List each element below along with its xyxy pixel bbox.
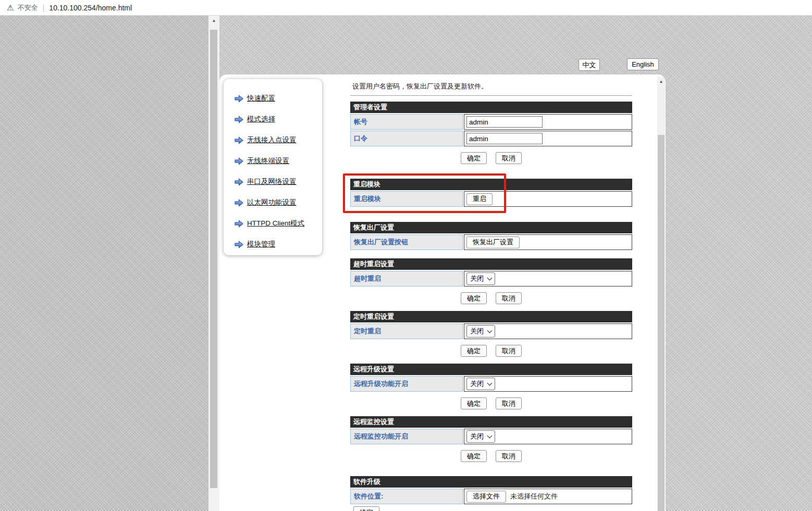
action-buttons: 确定 取消 bbox=[350, 450, 632, 462]
section-header: 远程升级设置 bbox=[350, 364, 632, 375]
row-value: 重启 bbox=[464, 191, 632, 207]
section-header: 软件升级 bbox=[350, 476, 632, 488]
page-viewport: ▲ 中文 English 快速配置 bbox=[0, 16, 812, 511]
row-label-remote-monitor: 远程监控功能开启 bbox=[350, 429, 463, 444]
left-empty-frame bbox=[0, 16, 208, 511]
cancel-button[interactable]: 取消 bbox=[496, 152, 522, 164]
row-label-scheduled-restart: 定时重启 bbox=[350, 323, 463, 339]
sidebar-link-label[interactable]: 快速配置 bbox=[247, 94, 275, 103]
sidebar-link-label[interactable]: 以太网功能设置 bbox=[247, 198, 297, 207]
table-row: 重启模块 重启 bbox=[350, 191, 632, 207]
scheduled-restart-select[interactable]: 关闭 bbox=[466, 325, 495, 338]
select-value: 关闭 bbox=[470, 327, 484, 336]
confirm-button[interactable]: 确定 bbox=[461, 292, 487, 304]
account-field[interactable] bbox=[466, 116, 543, 128]
sidebar-link-label[interactable]: 模式选择 bbox=[247, 115, 275, 124]
scroll-up-icon[interactable]: ▲ bbox=[657, 77, 665, 87]
bottom-actions: 确定 bbox=[353, 506, 632, 511]
row-value: 关闭 bbox=[464, 323, 632, 339]
remote-monitor-select[interactable]: 关闭 bbox=[466, 430, 495, 443]
cancel-button[interactable]: 取消 bbox=[496, 397, 522, 409]
section-scheduled-restart: 定时重启设置 定时重启 关闭 确定 取消 bbox=[350, 311, 632, 357]
browser-address-bar[interactable]: ⚠ 不安全 | 10.10.100.254/home.html bbox=[0, 0, 812, 16]
left-scrollbar-thumb[interactable] bbox=[210, 30, 217, 488]
section-remote-monitor: 远程监控设置 远程监控功能开启 关闭 确定 取消 bbox=[350, 416, 632, 462]
row-label-restart-module: 重启模块 bbox=[350, 191, 463, 207]
table-row: 超时重启 关闭 bbox=[350, 271, 632, 286]
scroll-up-icon[interactable]: ▲ bbox=[208, 16, 219, 26]
row-value: 恢复出厂设置 bbox=[464, 234, 632, 250]
table-row: 口令 bbox=[350, 131, 632, 146]
sidebar-link-label[interactable]: 模块管理 bbox=[247, 240, 275, 249]
section-header: 远程监控设置 bbox=[350, 416, 632, 428]
choose-file-button[interactable]: 选择文件 bbox=[466, 491, 506, 503]
confirm-button[interactable]: 确定 bbox=[461, 345, 487, 357]
section-header: 恢复出厂设置 bbox=[350, 222, 632, 233]
blue-arrow-icon bbox=[235, 95, 243, 103]
remote-upgrade-select[interactable]: 关闭 bbox=[466, 378, 495, 390]
row-label-account: 帐号 bbox=[350, 114, 463, 130]
sidebar-menu: 快速配置 模式选择 无线接入点设置 无线终端设置 串口及网络设置 bbox=[224, 79, 322, 255]
blue-arrow-icon bbox=[235, 136, 243, 144]
confirm-button[interactable]: 确定 bbox=[461, 397, 487, 409]
language-chinese-button[interactable]: 中文 bbox=[579, 59, 600, 71]
row-value: 关闭 bbox=[464, 429, 632, 444]
confirm-button[interactable]: 确定 bbox=[461, 450, 487, 462]
blue-arrow-icon bbox=[235, 178, 243, 186]
language-english-button[interactable]: English bbox=[627, 58, 659, 70]
table-row: 恢复出厂设置按钮 恢复出厂设置 bbox=[350, 234, 632, 250]
section-header: 重启模块 bbox=[350, 179, 632, 190]
cancel-button[interactable]: 取消 bbox=[496, 345, 522, 357]
action-buttons: 确定 取消 bbox=[350, 397, 632, 409]
cancel-button[interactable]: 取消 bbox=[496, 450, 522, 462]
sidebar-link-label[interactable]: 串口及网络设置 bbox=[247, 177, 297, 186]
sidebar-item-wireless-ap[interactable]: 无线接入点设置 bbox=[224, 130, 322, 151]
sidebar-item-httpd-client[interactable]: HTTPD Client模式 bbox=[224, 213, 322, 234]
sidebar-link-label[interactable]: HTTPD Client模式 bbox=[247, 219, 304, 228]
blue-arrow-icon bbox=[235, 157, 243, 165]
section-restart-module: 重启模块 重启模块 重启 bbox=[350, 179, 632, 207]
row-value bbox=[464, 131, 632, 146]
content-panel: 快速配置 模式选择 无线接入点设置 无线终端设置 串口及网络设置 bbox=[219, 74, 666, 511]
confirm-button[interactable]: 确定 bbox=[353, 506, 379, 511]
table-row: 帐号 bbox=[350, 114, 632, 130]
left-frame-scrollbar[interactable]: ▲ bbox=[208, 16, 219, 511]
table-row: 软件位置: 选择文件 未选择任何文件 bbox=[350, 489, 632, 504]
blue-arrow-icon bbox=[235, 199, 243, 207]
row-value: 关闭 bbox=[464, 271, 632, 286]
section-software-upgrade: 软件升级 软件位置: 选择文件 未选择任何文件 确定 bbox=[350, 476, 632, 511]
section-header: 超时重启设置 bbox=[350, 258, 632, 270]
security-warning-icon: ⚠ bbox=[7, 4, 14, 11]
cancel-button[interactable]: 取消 bbox=[496, 292, 522, 304]
timeout-restart-select[interactable]: 关闭 bbox=[466, 272, 495, 285]
sidebar-link-label[interactable]: 无线接入点设置 bbox=[247, 135, 297, 145]
section-header: 定时重启设置 bbox=[350, 311, 632, 322]
content-scrollbar-thumb[interactable] bbox=[658, 135, 665, 511]
row-label-remote-upgrade: 远程升级功能开启 bbox=[350, 376, 463, 392]
action-buttons: 确定 取消 bbox=[350, 345, 632, 357]
address-bar-divider: | bbox=[42, 3, 44, 12]
divider-rule bbox=[350, 95, 632, 96]
sidebar-item-wireless-sta[interactable]: 无线终端设置 bbox=[224, 151, 322, 171]
select-value: 关闭 bbox=[470, 274, 484, 283]
chevron-down-icon bbox=[487, 380, 493, 385]
confirm-button[interactable]: 确定 bbox=[461, 152, 487, 164]
sidebar-item-ethernet[interactable]: 以太网功能设置 bbox=[224, 192, 322, 213]
factory-restore-button[interactable]: 恢复出厂设置 bbox=[466, 236, 520, 248]
address-bar-url[interactable]: 10.10.100.254/home.html bbox=[49, 4, 132, 12]
sidebar-item-serial-network[interactable]: 串口及网络设置 bbox=[224, 171, 322, 192]
sidebar-item-quick-config[interactable]: 快速配置 bbox=[224, 88, 322, 109]
action-buttons: 确定 取消 bbox=[350, 152, 632, 164]
table-row: 定时重启 关闭 bbox=[350, 323, 632, 339]
blue-arrow-icon bbox=[235, 220, 243, 228]
content-scrollbar[interactable]: ▲ bbox=[657, 77, 665, 511]
password-field[interactable] bbox=[466, 133, 543, 144]
sidebar-link-label[interactable]: 无线终端设置 bbox=[247, 156, 289, 166]
select-value: 关闭 bbox=[470, 432, 484, 441]
section-header: 管理者设置 bbox=[350, 102, 632, 113]
row-value bbox=[464, 114, 632, 130]
sidebar-item-mode-select[interactable]: 模式选择 bbox=[224, 109, 322, 130]
sidebar-item-module-management[interactable]: 模块管理 bbox=[224, 234, 322, 255]
restart-button[interactable]: 重启 bbox=[466, 193, 493, 205]
chevron-down-icon bbox=[487, 328, 493, 333]
